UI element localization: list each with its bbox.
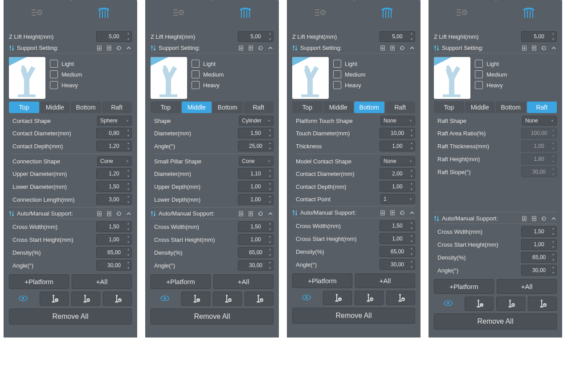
tab-top[interactable]: Top — [434, 102, 464, 113]
visibility-toggle[interactable] — [292, 291, 320, 304]
refresh-icon[interactable] — [116, 45, 122, 51]
level-light[interactable]: Light — [333, 60, 415, 68]
checkbox[interactable] — [475, 81, 483, 89]
remove-support-tool[interactable] — [496, 297, 525, 311]
number-spinner[interactable]: ▲▼ — [238, 181, 274, 192]
remove-support-tool[interactable] — [355, 291, 384, 305]
add-platform-button[interactable]: +Platform — [151, 274, 211, 289]
tab-bottom[interactable]: Bottom — [71, 102, 101, 113]
number-spinner[interactable]: ▲▼ — [380, 259, 415, 270]
checkbox[interactable] — [192, 70, 200, 78]
support-tab-icon[interactable] — [212, 0, 279, 25]
number-spinner[interactable]: ▲▼ — [96, 221, 132, 232]
edit-support-tool[interactable] — [103, 292, 132, 306]
number-spinner[interactable]: ▲▼ — [96, 168, 132, 179]
collapse-icon[interactable] — [267, 45, 274, 51]
import-icon[interactable] — [238, 45, 244, 51]
tab-middle[interactable]: Middle — [323, 102, 354, 113]
tab-top[interactable]: Top — [9, 102, 39, 113]
export-icon[interactable] — [106, 211, 112, 217]
number-spinner[interactable]: ▲▼ — [521, 31, 557, 42]
checkbox[interactable] — [50, 70, 58, 78]
refresh-icon[interactable] — [399, 45, 405, 51]
checkbox[interactable] — [50, 81, 58, 89]
export-icon[interactable] — [389, 210, 396, 216]
dropdown[interactable]: Cylinder▼ — [239, 116, 274, 126]
number-spinner[interactable]: ▲▼ — [96, 234, 132, 245]
number-spinner[interactable]: ▲▼ — [238, 234, 274, 245]
tab-bottom[interactable]: Bottom — [496, 102, 526, 113]
checkbox[interactable] — [333, 81, 341, 89]
number-spinner[interactable]: ▲▼ — [238, 31, 274, 42]
export-icon[interactable] — [389, 45, 396, 51]
number-spinner[interactable]: ▲▼ — [96, 128, 132, 138]
checkbox[interactable] — [192, 81, 200, 89]
number-spinner[interactable]: ▲▼ — [380, 31, 415, 42]
number-spinner[interactable]: ▲▼ — [96, 260, 132, 271]
refresh-icon[interactable] — [541, 45, 547, 51]
number-spinner[interactable]: ▲▼ — [380, 168, 415, 179]
add-all-button[interactable]: +All — [355, 273, 415, 288]
edit-support-tool[interactable] — [528, 297, 557, 311]
level-heavy[interactable]: Heavy — [333, 81, 415, 89]
level-medium[interactable]: Medium — [333, 70, 415, 78]
level-light[interactable]: Light — [192, 60, 274, 68]
refresh-icon[interactable] — [257, 45, 264, 51]
checkbox[interactable] — [192, 60, 200, 68]
dropdown[interactable]: None▼ — [380, 116, 415, 126]
refresh-icon[interactable] — [541, 216, 547, 222]
tab-raft[interactable]: Raft — [244, 102, 274, 113]
number-spinner[interactable]: ▲▼ — [238, 194, 274, 205]
export-icon[interactable] — [531, 216, 537, 222]
level-medium[interactable]: Medium — [475, 70, 557, 78]
number-spinner[interactable]: ▲▼ — [521, 265, 557, 276]
tab-raft[interactable]: Raft — [102, 102, 132, 113]
number-spinner[interactable]: ▲▼ — [238, 128, 274, 138]
export-icon[interactable] — [531, 45, 537, 51]
number-spinner[interactable]: ▲▼ — [96, 194, 132, 205]
collapse-icon[interactable] — [409, 210, 415, 216]
support-tab-icon[interactable] — [354, 0, 421, 25]
add-support-tool[interactable]: + — [181, 292, 210, 306]
number-spinner[interactable]: ▲▼ — [96, 247, 132, 258]
number-spinner[interactable]: ▲▼ — [380, 233, 415, 244]
number-spinner[interactable]: ▲▼ — [380, 246, 415, 257]
tab-middle[interactable]: Middle — [182, 102, 212, 113]
add-all-button[interactable]: +All — [213, 274, 274, 289]
tab-middle[interactable]: Middle — [40, 102, 70, 113]
remove-all-button[interactable]: Remove All — [292, 308, 415, 324]
settings-tab-icon[interactable] — [4, 0, 70, 25]
remove-all-button[interactable]: Remove All — [151, 309, 274, 325]
number-spinner[interactable]: ▲▼ — [521, 252, 557, 263]
add-all-button[interactable]: +All — [497, 279, 557, 294]
settings-tab-icon[interactable] — [287, 0, 354, 25]
tab-bottom[interactable]: Bottom — [212, 102, 243, 113]
checkbox[interactable] — [333, 60, 341, 68]
import-icon[interactable] — [380, 45, 386, 51]
import-icon[interactable] — [380, 210, 386, 216]
level-heavy[interactable]: Heavy — [50, 81, 132, 89]
level-medium[interactable]: Medium — [192, 70, 274, 78]
number-spinner[interactable]: ▲▼ — [238, 260, 274, 271]
export-icon[interactable] — [248, 45, 254, 51]
add-platform-button[interactable]: +Platform — [434, 279, 494, 294]
level-light[interactable]: Light — [50, 60, 132, 68]
tab-middle[interactable]: Middle — [465, 102, 495, 113]
number-spinner[interactable]: ▲▼ — [380, 220, 415, 231]
dropdown[interactable]: Cone▼ — [239, 156, 274, 166]
import-icon[interactable] — [238, 211, 244, 217]
refresh-icon[interactable] — [116, 211, 122, 217]
dropdown[interactable]: None▼ — [522, 116, 557, 126]
number-spinner[interactable]: ▲▼ — [238, 141, 274, 151]
collapse-icon[interactable] — [409, 45, 415, 51]
number-spinner[interactable]: ▲▼ — [238, 221, 274, 232]
number-spinner[interactable]: ▲▼ — [96, 31, 132, 42]
dropdown[interactable]: Sphere▼ — [97, 116, 132, 126]
collapse-icon[interactable] — [551, 216, 557, 222]
remove-all-button[interactable]: Remove All — [9, 309, 132, 325]
import-icon[interactable] — [521, 216, 527, 222]
edit-support-tool[interactable] — [245, 292, 274, 306]
edit-support-tool[interactable] — [386, 291, 415, 305]
collapse-icon[interactable] — [551, 45, 557, 51]
collapse-icon[interactable] — [267, 211, 274, 217]
